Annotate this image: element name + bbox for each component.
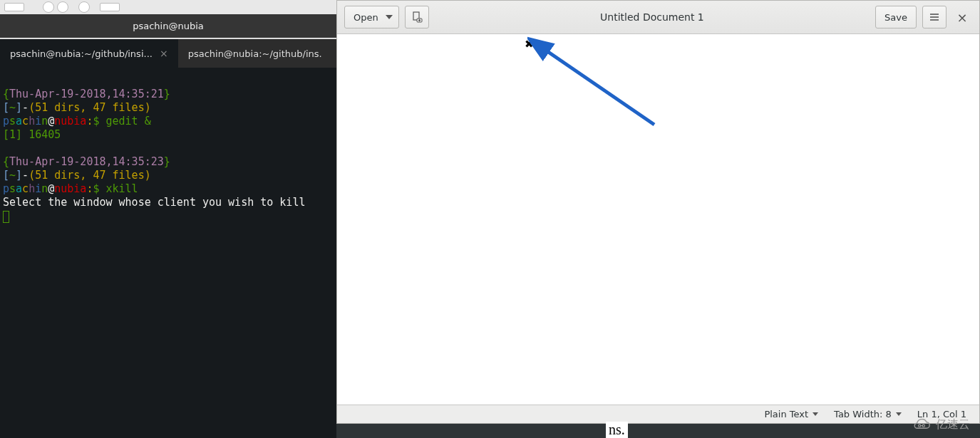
xkill-message: Select the window whose client you wish … [3,196,305,209]
svg-point-9 [922,424,924,427]
browser-tab-stub[interactable] [4,3,24,11]
job-pid: 16405 [29,128,61,141]
close-icon: × [956,10,967,25]
chevron-down-icon [896,412,902,416]
browser-fragment: psachin@nubia [0,0,336,39]
close-button[interactable]: × [952,7,972,27]
chevron-down-icon [813,412,818,416]
job-id: [1] [3,128,22,141]
gedit-headerbar: Open Untitled Document 1 Save × [337,1,979,34]
nav-button[interactable] [43,1,54,13]
save-button-label: Save [884,12,907,23]
prompt-stats: 51 dirs, 47 files [35,169,145,182]
terminal-tab-bar: psachin@nubia:~/github/insi... × psachin… [0,39,336,68]
prompt-timestamp: Thu-Apr-19-2018,14:35:21 [9,88,164,100]
prompt-timestamp: Thu-Apr-19-2018,14:35:23 [9,155,164,168]
terminal-tab-label: psachin@nubia:~/github/ins. [188,48,322,59]
terminal-tab-label: psachin@nubia:~/github/insi... [10,48,153,59]
svg-point-8 [919,424,921,427]
terminal-titlebar: psachin@nubia [0,14,336,38]
gedit-window: Open Untitled Document 1 Save × [336,0,980,424]
document-new-icon [411,11,423,23]
url-stub[interactable] [100,3,120,11]
language-label: Plain Text [764,409,808,419]
close-icon[interactable]: × [160,48,168,59]
watermark-text: 亿速云 [936,417,970,432]
reload-button[interactable] [78,1,90,13]
gedit-statusbar: Plain Text Tab Width: 8 Ln 1, Col 1 [337,405,979,423]
terminal-window: psachin@nubia:~/github/insi... × psachin… [0,39,336,438]
tab-width-selector[interactable]: Tab Width: 8 [834,409,902,419]
hamburger-menu-button[interactable] [922,6,947,28]
language-selector[interactable]: Plain Text [764,409,818,419]
chevron-down-icon [386,15,393,19]
tab-width-label: Tab Width: 8 [834,409,892,419]
cloud-icon [912,419,932,432]
gedit-text-area[interactable] [337,34,979,405]
stray-text: ns. [606,422,628,438]
terminal-title: psachin@nubia [133,21,204,31]
prompt-stats: 51 dirs, 47 files [35,101,145,114]
browser-tabbar [0,0,336,14]
typed-command: gedit & [106,115,151,127]
prompt-hostname: nubia [54,182,86,195]
open-button[interactable]: Open [344,6,399,28]
terminal-tab[interactable]: psachin@nubia:~/github/ins. [178,39,332,68]
watermark: 亿速云 [912,417,970,432]
nav-button[interactable] [57,1,68,13]
prompt-hostname: nubia [54,115,86,127]
gedit-title: Untitled Document 1 [435,11,870,23]
hamburger-icon [929,13,939,21]
open-button-label: Open [354,12,378,23]
terminal-body[interactable]: {Thu-Apr-19-2018,14:35:21} [~]-(51 dirs,… [0,68,336,226]
new-document-button[interactable] [405,6,429,28]
typed-command: xkill [106,182,138,195]
terminal-cursor [3,211,9,223]
terminal-tab[interactable]: psachin@nubia:~/github/insi... × [0,39,178,68]
save-button[interactable]: Save [875,6,917,28]
